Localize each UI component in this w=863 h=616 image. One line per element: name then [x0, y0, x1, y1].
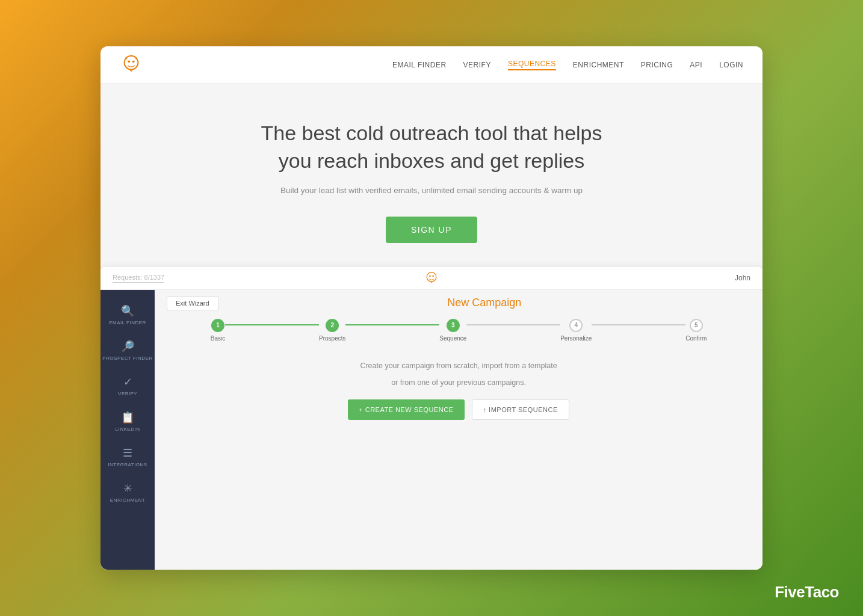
svg-point-7: [432, 276, 434, 277]
sidebar-label-linkedin: LINKEDIN: [116, 427, 140, 432]
nav-enrichment[interactable]: ENRICHMENT: [573, 61, 624, 69]
step-label-2: Prospects: [319, 335, 345, 342]
step-circle-4: 4: [569, 319, 583, 332]
brand-label: FiveTaco: [775, 583, 839, 601]
app-main: Exit Wizard New Campaign 1 Basic 2 Prosp…: [155, 290, 762, 570]
hero-subtitle: Build your lead list with verified email…: [280, 186, 583, 195]
svg-point-1: [128, 60, 130, 63]
logo-icon: [120, 54, 143, 76]
sidebar-item-prospect-finder[interactable]: 🔎 PROSPECT FINDER: [101, 331, 155, 367]
step-label-1: Basic: [211, 335, 225, 342]
step-label-5: Confirm: [685, 335, 707, 342]
verify-icon: ✓: [123, 375, 132, 389]
sidebar-label-integrations: INTEGRATIONS: [108, 462, 147, 467]
app-logo: [424, 267, 439, 290]
step-1: 1 Basic: [211, 319, 225, 342]
campaign-title: New Campaign: [218, 297, 750, 309]
sidebar-label-enrichment: ENRICHMENT: [110, 497, 145, 503]
svg-point-0: [125, 55, 138, 69]
integrations-icon: ☰: [123, 446, 132, 460]
sidebar-item-verify[interactable]: ✓ VERIFY: [101, 367, 155, 402]
step-circle-3: 3: [447, 319, 460, 332]
steps-bar: 1 Basic 2 Prospects 3 Sequence: [211, 319, 707, 342]
step-line-2-3: [345, 324, 439, 325]
step-circle-2: 2: [326, 319, 339, 332]
exit-wizard-button[interactable]: Exit Wizard: [167, 296, 218, 310]
step-2: 2 Prospects: [319, 319, 345, 342]
search-icon: 🔍: [121, 304, 134, 318]
sidebar-label-email-finder: EMAIL FINDER: [109, 320, 146, 325]
step-5: 5 Confirm: [685, 319, 707, 342]
step-line-4-5: [592, 324, 685, 325]
nav-login[interactable]: LOGIN: [719, 61, 743, 69]
nav-email-finder[interactable]: EMAIL FINDER: [392, 61, 447, 69]
campaign-actions: + CREATE NEW SEQUENCE ↑ IMPORT SEQUENCE: [348, 399, 569, 420]
app-logo-icon: [424, 271, 439, 286]
sidebar-item-linkedin[interactable]: 📋 LINKEDIN: [101, 402, 155, 438]
top-nav: EMAIL FINDER VERIFY SEQUENCES ENRICHMENT…: [101, 46, 762, 84]
svg-point-5: [427, 272, 436, 282]
step-circle-5: 5: [690, 319, 703, 332]
requests-label: Requests: 8/1337: [113, 274, 164, 283]
prospect-icon: 🔎: [121, 340, 134, 353]
enrichment-icon: ✳: [123, 482, 132, 495]
app-sidebar: 🔍 EMAIL FINDER 🔎 PROSPECT FINDER ✓ VERIF…: [101, 290, 155, 570]
nav-verify[interactable]: VERIFY: [463, 61, 491, 69]
app-topbar: Requests: 8/1337 John: [101, 267, 762, 290]
campaign-description-2: or from one of your previous campaigns.: [348, 377, 569, 389]
svg-point-2: [132, 60, 135, 63]
step-line-3-4: [466, 324, 560, 325]
svg-point-6: [429, 276, 431, 277]
campaign-description-1: Create your campaign from scratch, impor…: [348, 360, 569, 372]
signup-button[interactable]: SIGN UP: [386, 217, 477, 243]
step-line-1-2: [225, 324, 319, 325]
nav-sequences[interactable]: SEQUENCES: [508, 60, 556, 70]
linkedin-icon: 📋: [121, 411, 134, 424]
sidebar-label-prospect-finder: PROSPECT FINDER: [102, 356, 152, 361]
create-sequence-button[interactable]: + CREATE NEW SEQUENCE: [348, 399, 464, 420]
user-label: John: [735, 274, 750, 282]
fivetaco-branding: FiveTaco: [775, 583, 839, 602]
step-label-4: Personalize: [560, 335, 592, 342]
campaign-header: Exit Wizard New Campaign: [167, 296, 750, 310]
step-3: 3 Sequence: [439, 319, 466, 342]
step-4: 4 Personalize: [560, 319, 592, 342]
step-circle-1: 1: [211, 319, 224, 332]
app-body: 🔍 EMAIL FINDER 🔎 PROSPECT FINDER ✓ VERIF…: [101, 290, 762, 570]
main-card: EMAIL FINDER VERIFY SEQUENCES ENRICHMENT…: [101, 46, 762, 570]
sidebar-item-enrichment[interactable]: ✳ ENRICHMENT: [101, 473, 155, 509]
sidebar-label-verify: VERIFY: [118, 391, 137, 396]
sidebar-item-integrations[interactable]: ☰ INTEGRATIONS: [101, 438, 155, 473]
nav-api[interactable]: API: [690, 61, 702, 69]
step-label-3: Sequence: [439, 335, 466, 342]
import-sequence-button[interactable]: ↑ IMPORT SEQUENCE: [472, 399, 569, 420]
nav-pricing[interactable]: PRICING: [641, 61, 673, 69]
hero-title: The best cold outreach tool that helps y…: [245, 120, 618, 175]
logo-area: [120, 54, 156, 76]
sidebar-item-email-finder[interactable]: 🔍 EMAIL FINDER: [101, 296, 155, 331]
campaign-content: Create your campaign from scratch, impor…: [348, 360, 569, 420]
nav-links: EMAIL FINDER VERIFY SEQUENCES ENRICHMENT…: [392, 60, 743, 70]
hero-section: The best cold outreach tool that helps y…: [101, 84, 762, 570]
app-preview: Requests: 8/1337 John 🔍: [101, 267, 762, 570]
